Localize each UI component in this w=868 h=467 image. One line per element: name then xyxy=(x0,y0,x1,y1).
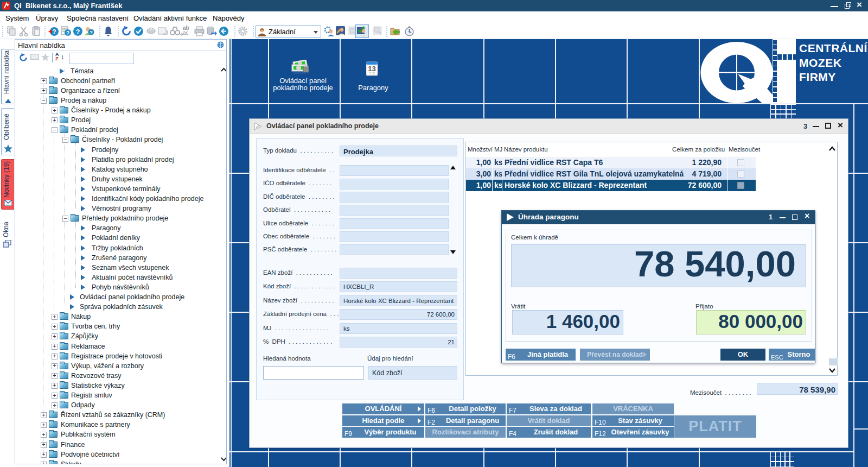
svg-text:?: ? xyxy=(76,28,80,36)
svg-text:?: ? xyxy=(52,28,56,36)
svg-text:13: 13 xyxy=(368,65,375,73)
svg-text:?: ? xyxy=(66,30,69,36)
svg-text:?: ? xyxy=(90,30,93,35)
